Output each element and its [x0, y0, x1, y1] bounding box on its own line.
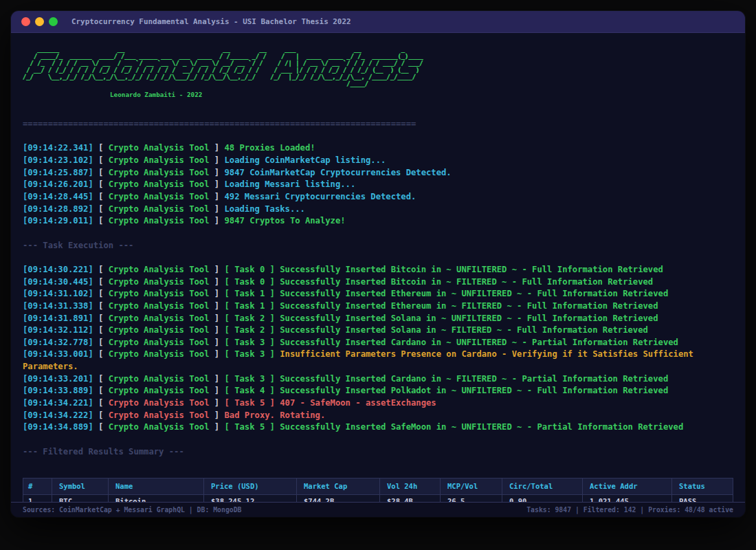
col-header: Symbol: [52, 478, 109, 495]
status-counters: Tasks: 9847 | Filtered: 142 | Proxies: 4…: [526, 506, 733, 514]
log-line: [09:14:28.892] [ Crypto Analysis Tool ] …: [23, 204, 745, 216]
section-task-execution: --- Task Execution ---: [23, 240, 745, 252]
log-line-wrap: Parameters.: [23, 361, 745, 373]
log-line: [09:14:34.889] [ Crypto Analysis Tool ] …: [23, 421, 745, 434]
minimize-button[interactable]: [35, 17, 44, 26]
terminal-log: ========================================…: [23, 118, 745, 509]
author-line: Leonardo Zambaiti - 2022: [110, 91, 745, 98]
col-header: Active Addr: [583, 478, 672, 495]
terminal-window: Cryptocurrency Fundamental Analysis - US…: [11, 11, 745, 517]
section-filtered-summary: --- Filtered Results Summary ---: [23, 446, 745, 459]
log-line: [09:14:22.341] [ Crypto Analysis Tool ] …: [23, 142, 745, 155]
log-line: [09:14:23.102] [ Crypto Analysis Tool ] …: [23, 155, 745, 167]
col-header: MCP/Vol: [441, 478, 502, 495]
log-line: [09:14:33.201] [ Crypto Analysis Tool ] …: [23, 373, 745, 386]
log-line: [09:14:34.221] [ Crypto Analysis Tool ] …: [23, 397, 745, 410]
status-bar: Sources: CoinMarketCap + Messari GraphQL…: [11, 502, 745, 517]
zoom-button[interactable]: [49, 17, 58, 26]
col-header: Vol 24h: [380, 478, 441, 495]
log-line: [09:14:30.445] [ Crypto Analysis Tool ] …: [23, 276, 745, 289]
col-header: #: [23, 478, 52, 495]
window-title: Cryptocurrency Fundamental Analysis - US…: [71, 17, 351, 26]
log-line: [09:14:32.112] [ Crypto Analysis Tool ] …: [23, 324, 745, 337]
log-line: [09:14:28.445] [ Crypto Analysis Tool ] …: [23, 191, 745, 204]
col-header: Name: [109, 478, 204, 495]
col-header: Status: [672, 478, 733, 495]
log-line: [09:14:31.891] [ Crypto Analysis Tool ] …: [23, 313, 745, 325]
close-button[interactable]: [21, 17, 30, 26]
log-line: [09:14:29.011] [ Crypto Analysis Tool ] …: [23, 215, 745, 228]
ascii-art-banner: ______ __ __ __ ___ __ _ / ____/_ ______…: [23, 46, 745, 87]
log-line: [09:14:31.102] [ Crypto Analysis Tool ] …: [23, 288, 745, 300]
log-line: [09:14:33.001] [ Crypto Analysis Tool ] …: [23, 349, 745, 361]
log-line: [09:14:25.887] [ Crypto Analysis Tool ] …: [23, 167, 745, 179]
title-bar: Cryptocurrency Fundamental Analysis - US…: [11, 11, 745, 33]
col-header: Market Cap: [297, 478, 380, 495]
log-line: [09:14:32.778] [ Crypto Analysis Tool ] …: [23, 337, 745, 349]
log-line: [09:14:31.338] [ Crypto Analysis Tool ] …: [23, 300, 745, 313]
log-line: [09:14:30.221] [ Crypto Analysis Tool ] …: [23, 264, 745, 276]
status-sources: Sources: CoinMarketCap + Messari GraphQL…: [23, 506, 242, 514]
log-line: [09:14:26.201] [ Crypto Analysis Tool ] …: [23, 179, 745, 191]
log-line: [09:14:33.889] [ Crypto Analysis Tool ] …: [23, 385, 745, 397]
col-header: Price (USD): [204, 478, 297, 495]
table-header-row: #SymbolNamePrice (USD)Market CapVol 24hM…: [23, 478, 733, 495]
separator-line: ========================================…: [23, 118, 745, 131]
log-line: [09:14:34.222] [ Crypto Analysis Tool ] …: [23, 410, 745, 422]
terminal-content[interactable]: ______ __ __ __ ___ __ _ / ____/_ ______…: [11, 34, 745, 517]
col-header: Circ/Total: [502, 478, 583, 495]
